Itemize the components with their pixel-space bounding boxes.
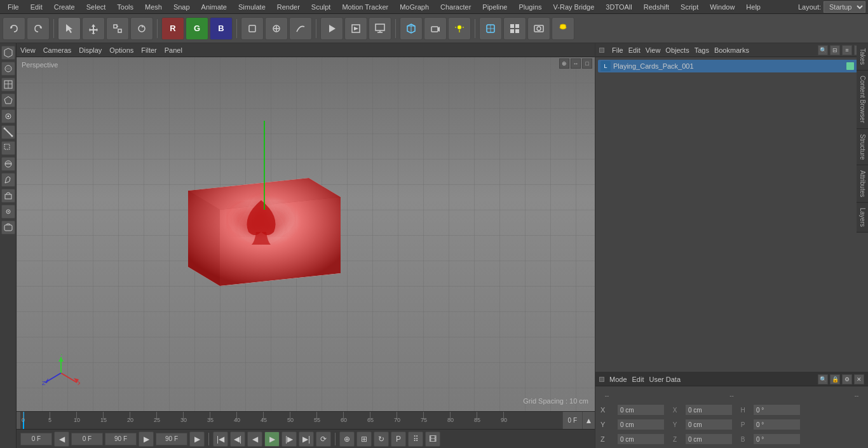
timeline-ruler[interactable]: 0 5 10 15 20 25 30 35 40 45 50 bbox=[20, 412, 562, 429]
weight-button[interactable] bbox=[1, 221, 15, 234]
edge-mode-button[interactable] bbox=[1, 125, 15, 139]
light-button[interactable] bbox=[448, 17, 471, 40]
move-tool-button[interactable] bbox=[82, 17, 105, 40]
scale-tool-button[interactable] bbox=[106, 17, 129, 40]
viewport-options-menu[interactable]: Options bbox=[109, 46, 133, 54]
viewport-ctrl-arrows[interactable]: ↔ bbox=[571, 58, 581, 69]
axis-x-button[interactable]: R bbox=[161, 17, 184, 40]
axis-z-button[interactable]: B bbox=[210, 17, 233, 40]
attr-x-pos-field[interactable] bbox=[617, 404, 665, 416]
viewport-cameras-menu[interactable]: Cameras bbox=[43, 46, 72, 54]
texture-mode-button[interactable] bbox=[1, 62, 15, 76]
menu-select[interactable]: Select bbox=[81, 2, 111, 12]
render-all-button[interactable] bbox=[369, 17, 391, 40]
viewport-ctrl-square[interactable]: □ bbox=[582, 58, 592, 69]
attr-y-rot-field[interactable] bbox=[685, 419, 733, 430]
obj-tags-menu[interactable]: Tags bbox=[695, 46, 709, 54]
play-button[interactable]: ▶ bbox=[264, 431, 280, 447]
attr-z-rot-field[interactable] bbox=[685, 433, 733, 445]
menu-edit[interactable]: Edit bbox=[25, 2, 48, 12]
menu-script[interactable]: Script bbox=[675, 2, 703, 12]
vertex-mode-button[interactable] bbox=[1, 109, 15, 123]
tab-structure[interactable]: Structure bbox=[857, 129, 868, 166]
frame-end-plus2[interactable]: ▶ bbox=[189, 431, 205, 447]
menu-animate[interactable]: Animate bbox=[196, 2, 232, 12]
menu-tools[interactable]: Tools bbox=[112, 2, 139, 12]
attr-p-field[interactable] bbox=[753, 419, 801, 430]
menu-snap[interactable]: Snap bbox=[168, 2, 195, 12]
frame-current-field[interactable] bbox=[71, 433, 103, 445]
obj-row-playing-cards[interactable]: L Playing_Cards_Pack_001 bbox=[598, 60, 865, 72]
tab-content-browser[interactable]: Content Browser bbox=[857, 71, 868, 128]
attr-user-data-menu[interactable]: User Data bbox=[649, 376, 681, 383]
snap-button[interactable] bbox=[1, 205, 15, 219]
rotate-tool-button[interactable] bbox=[130, 17, 153, 40]
model-mode-button[interactable] bbox=[1, 46, 15, 60]
render-region-button[interactable] bbox=[344, 17, 367, 40]
obj-settings-icon[interactable]: ≡ bbox=[842, 45, 852, 55]
attr-z-pos-field[interactable] bbox=[617, 433, 665, 445]
keyframe-all-button[interactable]: P bbox=[391, 431, 406, 447]
grid-button[interactable] bbox=[503, 17, 526, 40]
menu-mesh[interactable]: Mesh bbox=[140, 2, 167, 12]
menu-pipeline[interactable]: Pipeline bbox=[477, 2, 512, 12]
viewport-3d[interactable]: Perspective ⊕ ↔ □ bbox=[17, 57, 595, 411]
frame-start-field[interactable] bbox=[20, 433, 52, 445]
menu-motion-tracker[interactable]: Motion Tracker bbox=[337, 2, 393, 12]
frame-start-minus[interactable]: ◀ bbox=[54, 431, 69, 447]
menu-3dtoall[interactable]: 3DTOAll bbox=[600, 2, 637, 12]
obj-file-menu[interactable]: File bbox=[612, 46, 623, 54]
spline-button[interactable] bbox=[289, 17, 312, 40]
transform-button[interactable] bbox=[1, 157, 15, 171]
add-object-button[interactable] bbox=[265, 17, 288, 40]
menu-redshift[interactable]: Redshift bbox=[639, 2, 674, 12]
keyframe-scale-button[interactable]: ⊞ bbox=[356, 431, 372, 447]
viewport-panel-menu[interactable]: Panel bbox=[165, 46, 182, 54]
render-button[interactable] bbox=[320, 17, 343, 40]
menu-help[interactable]: Help bbox=[741, 2, 766, 12]
camera-button[interactable] bbox=[424, 17, 447, 40]
attr-mode-menu[interactable]: Mode bbox=[609, 376, 627, 383]
redo-button[interactable] bbox=[27, 17, 50, 40]
viewport-ctrl-expand[interactable]: ⊕ bbox=[559, 58, 569, 69]
menu-render[interactable]: Render bbox=[272, 2, 305, 12]
obj-objects-menu[interactable]: Objects bbox=[665, 46, 689, 54]
light2-button[interactable] bbox=[552, 17, 574, 40]
attr-gear-icon[interactable]: ⚙ bbox=[842, 374, 852, 384]
menu-plugins[interactable]: Plugins bbox=[513, 2, 546, 12]
attr-search-icon[interactable]: 🔍 bbox=[818, 374, 828, 384]
obj-view-menu[interactable]: View bbox=[646, 46, 661, 54]
menu-vray[interactable]: V-Ray Bridge bbox=[548, 2, 600, 12]
menu-file[interactable]: File bbox=[3, 2, 24, 12]
selection-mode-button[interactable] bbox=[1, 141, 15, 155]
obj-filter-icon[interactable]: ⊟ bbox=[830, 45, 840, 55]
edit-button[interactable] bbox=[1, 189, 15, 203]
attr-y-pos-field[interactable] bbox=[617, 419, 665, 430]
select-tool-button[interactable] bbox=[58, 17, 81, 40]
keyframe-film-button[interactable]: 🎞 bbox=[425, 431, 440, 447]
undo-button[interactable] bbox=[3, 17, 25, 40]
obj-search-icon[interactable]: 🔍 bbox=[818, 45, 828, 55]
tab-layers[interactable]: Layers bbox=[857, 203, 868, 233]
play-loop-button[interactable]: ⟳ bbox=[316, 431, 331, 447]
play-end-button[interactable]: ▶| bbox=[299, 431, 314, 447]
attr-x-rot-field[interactable] bbox=[685, 404, 733, 416]
play-start-button[interactable]: |◀ bbox=[213, 431, 228, 447]
menu-character[interactable]: Character bbox=[435, 2, 476, 12]
play-rev-button[interactable]: ◀ bbox=[247, 431, 262, 447]
menu-mograph[interactable]: MoGraph bbox=[395, 2, 434, 12]
frame-end-plus[interactable]: ▶ bbox=[139, 431, 154, 447]
tab-attributes[interactable]: Attributes bbox=[857, 165, 868, 203]
play-prev-button[interactable]: ◀| bbox=[230, 431, 245, 447]
attr-edit-menu[interactable]: Edit bbox=[632, 376, 644, 383]
keyframe-rotate-button[interactable]: ↻ bbox=[374, 431, 389, 447]
frame-end2-field[interactable] bbox=[156, 433, 187, 445]
polygon-mode-button[interactable] bbox=[1, 93, 15, 107]
frame-end1-field[interactable] bbox=[105, 433, 137, 445]
axis-y-button[interactable]: G bbox=[186, 17, 208, 40]
tab-takes[interactable]: Takes bbox=[857, 43, 868, 71]
obj-edit-menu[interactable]: Edit bbox=[628, 46, 641, 54]
keyframe-dots-button[interactable]: ⠿ bbox=[408, 431, 423, 447]
menu-window[interactable]: Window bbox=[705, 2, 740, 12]
cube2-button[interactable] bbox=[479, 17, 502, 40]
